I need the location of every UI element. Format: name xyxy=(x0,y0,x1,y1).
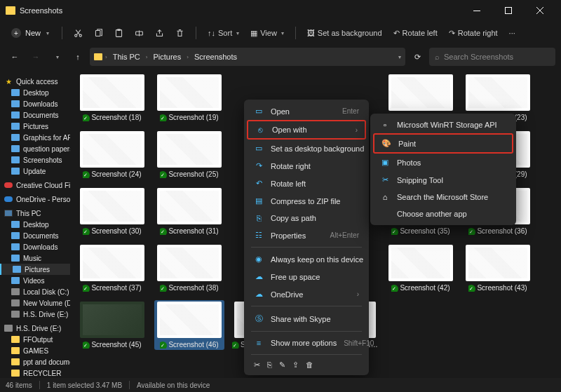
address-bar[interactable]: › This PC › Pictures › Screenshots ▾ xyxy=(90,48,405,66)
ctx-compress-zip[interactable]: ▤Compress to ZIP file xyxy=(247,192,366,210)
sidebar-item[interactable]: Desktop xyxy=(0,87,70,98)
rename-button[interactable] xyxy=(130,26,148,41)
thumbnail-item[interactable]: ✓Screenshot (42) xyxy=(386,243,456,293)
sidebar-item[interactable]: Documents xyxy=(0,109,70,121)
thumbnail-item[interactable]: ✓Screenshot (46) xyxy=(154,300,224,350)
sidebar-item[interactable]: Downloads xyxy=(0,241,70,252)
minimize-button[interactable] xyxy=(461,0,492,21)
more-button[interactable]: ··· xyxy=(505,26,520,40)
ctx-open[interactable]: ▭OpenEnter xyxy=(247,102,366,120)
sidebar-item[interactable]: Graphics for AP xyxy=(0,132,70,143)
view-button[interactable]: ▦ View▾ xyxy=(246,26,288,41)
sidebar-item[interactable]: ppt and documen xyxy=(0,356,70,367)
up-button[interactable]: ↑ xyxy=(69,48,87,66)
ctx-properties[interactable]: ☷PropertiesAlt+Enter xyxy=(247,227,366,244)
ctx-free-space[interactable]: ☁Free up space xyxy=(247,268,366,285)
thumbnail-item[interactable]: ✓Screenshot (19) xyxy=(154,73,224,123)
submenu-winrt[interactable]: ▫Microsoft WinRT Storage API xyxy=(373,116,513,133)
thumbnail-item[interactable]: ✓Screenshot (30) xyxy=(77,187,147,236)
cut-button[interactable] xyxy=(69,26,87,41)
ctx-copy-path[interactable]: ⎘Copy as path xyxy=(247,210,366,227)
sidebar-item[interactable]: Local Disk (C:) xyxy=(0,286,70,297)
sort-button[interactable]: ↑↓ Sort▾ xyxy=(203,26,243,40)
cloud-icon: ☁ xyxy=(254,272,264,281)
cut-icon[interactable]: ✂ xyxy=(254,360,260,370)
thumbnail-item[interactable]: ✓Screenshot (31) xyxy=(154,187,224,236)
copy-button[interactable] xyxy=(90,26,107,41)
thumbnail-item[interactable]: ✓Screenshot (38) xyxy=(154,243,224,293)
folder-icon xyxy=(11,369,20,377)
paste-button[interactable] xyxy=(110,26,128,41)
sidebar-item[interactable]: Pictures xyxy=(0,121,70,132)
sidebar-item[interactable]: Videos xyxy=(0,275,70,286)
sidebar-creative-cloud[interactable]: Creative Cloud Fil xyxy=(0,180,70,191)
submenu-photos[interactable]: ▣Photos xyxy=(373,154,513,171)
submenu-paint[interactable]: 🎨Paint xyxy=(373,133,513,154)
rotate-right-button[interactable]: ↷ Rotate right xyxy=(445,26,502,41)
item-name: ✓Screenshot (30) xyxy=(83,227,141,235)
sidebar-item[interactable]: GAMES xyxy=(0,345,70,356)
monitor-icon xyxy=(4,209,13,217)
status-bar: 46 items 1 item selected 3.47 MB Availab… xyxy=(0,378,561,392)
svg-point-5 xyxy=(79,34,81,36)
crumb-screenshots[interactable]: Screenshots xyxy=(191,51,240,62)
search-input[interactable]: ⌕ Search Screenshots xyxy=(429,48,555,66)
sidebar-item[interactable]: H.S. Drive (E:) xyxy=(0,309,70,320)
ctx-set-desktop-bg[interactable]: ▭Set as desktop background xyxy=(247,140,366,157)
sidebar-this-pc[interactable]: This PC xyxy=(0,208,70,219)
sidebar-item[interactable]: New Volume (D: xyxy=(0,297,70,309)
app-icon: ▫ xyxy=(380,121,390,129)
close-button[interactable] xyxy=(524,0,555,21)
thumbnail-item[interactable]: ✓Screenshot (37) xyxy=(77,243,147,293)
sidebar-onedrive[interactable]: OneDrive - Person xyxy=(0,194,70,205)
set-background-button[interactable]: 🖼 Set as background xyxy=(303,26,386,40)
maximize-button[interactable] xyxy=(492,0,524,21)
sidebar-item[interactable]: Desktop xyxy=(0,219,70,230)
sidebar-item[interactable]: Screenshots xyxy=(0,154,70,165)
thumbnail-item[interactable]: ✓Screenshot (45) xyxy=(77,300,147,350)
sidebar-item[interactable]: Documents xyxy=(0,230,70,241)
ctx-always-keep[interactable]: ◉Always keep on this device xyxy=(247,250,366,268)
sidebar-quick-access[interactable]: ★Quick access xyxy=(0,76,70,87)
new-button[interactable]: + New ▾ xyxy=(6,25,55,41)
recent-button[interactable]: ▾ xyxy=(48,48,66,66)
thumbnail-item[interactable]: ✓Screenshot (18) xyxy=(77,73,147,123)
delete-button[interactable] xyxy=(171,26,189,41)
share-icon[interactable]: ⇪ xyxy=(292,360,299,370)
forward-button[interactable]: → xyxy=(27,48,45,66)
ctx-rotate-right[interactable]: ↷Rotate right xyxy=(247,157,366,175)
share-button[interactable] xyxy=(151,26,168,41)
ctx-onedrive[interactable]: ☁OneDrive› xyxy=(247,285,366,303)
crumb-pictures[interactable]: Pictures xyxy=(150,51,184,62)
svg-point-4 xyxy=(75,34,77,36)
thumbnail-item[interactable]: ✓Screenshot (43) xyxy=(463,243,533,293)
rotate-left-button[interactable]: ↶ Rotate left xyxy=(389,26,442,41)
ctx-rotate-left[interactable]: ↶Rotate left xyxy=(247,175,366,192)
delete-icon[interactable]: 🗑 xyxy=(306,360,313,370)
submenu-snipping-tool[interactable]: ✂Snipping Tool xyxy=(373,171,513,189)
sidebar-item[interactable]: Music xyxy=(0,252,70,264)
chevron-down-icon[interactable]: ▾ xyxy=(398,54,401,60)
sidebar-item[interactable]: RECYCLER xyxy=(0,367,70,378)
sidebar-item[interactable]: Pictures xyxy=(0,264,70,275)
ctx-show-more[interactable]: ≡Show more optionsShift+F10 xyxy=(247,334,366,351)
sidebar-item[interactable]: Update xyxy=(0,165,70,177)
thumbnail-item[interactable]: ✓Screenshot (24) xyxy=(77,130,147,180)
copy-icon[interactable]: ⎘ xyxy=(267,360,272,370)
sidebar-item[interactable]: Downloads xyxy=(0,98,70,109)
thumbnail-item[interactable]: ✓Screenshot (25) xyxy=(154,130,224,180)
ctx-open-with[interactable]: ⎋Open with› xyxy=(247,120,366,140)
crumb-thispc[interactable]: This PC xyxy=(110,51,143,62)
sidebar-item[interactable]: FFOutput xyxy=(0,334,70,345)
submenu-search-store[interactable]: ⌂Search the Microsoft Store xyxy=(373,189,513,205)
rename-icon[interactable]: ✎ xyxy=(279,360,285,370)
sidebar-item[interactable]: question papers xyxy=(0,143,70,154)
item-name: ✓Screenshot (18) xyxy=(83,114,141,121)
rotate-left-icon: ↶ xyxy=(393,29,400,38)
sidebar-hs-drive[interactable]: H.S. Drive (E:) xyxy=(0,323,70,334)
folder-icon xyxy=(11,254,20,262)
submenu-choose-app[interactable]: Choose another app xyxy=(373,205,513,222)
ctx-share-skype[interactable]: ⓈShare with Skype xyxy=(247,309,366,328)
refresh-button[interactable]: ⟳ xyxy=(408,48,426,66)
back-button[interactable]: ← xyxy=(6,48,24,66)
